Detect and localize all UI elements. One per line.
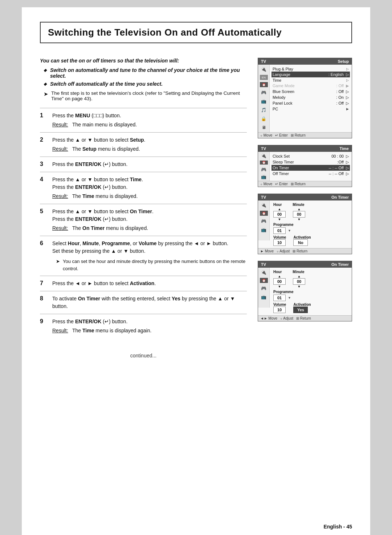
tv-row-plugplay: Plug & Play ▷ (273, 66, 349, 72)
programme-label-2: Programme (273, 290, 348, 294)
tv-row-clockset: Clock Set 00 : 00 ▷ (273, 153, 349, 159)
tv-icon-ot1-s4: 📺 (260, 227, 268, 233)
tv-icon-ot2-s3: 🎮 (260, 285, 268, 292)
step-9: 9 Press the ENTER/OK (↵) button. Result:… (40, 314, 247, 338)
tv-icon-lang: EN (260, 75, 268, 80)
tv-icon-game: 🎮 (260, 89, 268, 96)
subnote-text-6: You can set the hour and minute directly… (63, 258, 247, 272)
arrow-icon: ➤ (44, 91, 48, 97)
tv-row-offtimer: Off Timer -- : -- Off ▷ (273, 171, 349, 177)
tv-sidebar-ot1: 🔌 ⏰ 🎮 📺 (258, 200, 270, 240)
step-text-9: Press the ENTER/OK (↵) button. (52, 318, 247, 325)
tv-header-left-ot2: TV (261, 262, 266, 267)
continued-text: continued... (40, 353, 247, 358)
activation-label-1: Activation (293, 235, 311, 239)
tv-icon-time-s2: ⏰ (260, 161, 268, 165)
volume-box-1: 10 (273, 239, 286, 246)
step-result-9: Result: The Time menu is displayed again… (52, 327, 247, 335)
step-text-7: Press the ◄ or ► button to select Activa… (52, 280, 247, 287)
right-column: TV Setup 🔌 EN ⏰ 🎮 📺 🎵 🔒 🖥 (258, 58, 352, 358)
activation-label-2: Activation (293, 303, 311, 307)
tv-screen-ontimer1: TV On Timer 🔌 ⏰ 🎮 📺 Hour Minute (258, 194, 352, 254)
step-1: 1 Press the MENU (□□□) button. Result: T… (40, 108, 247, 132)
hour-box-1: 00 (273, 211, 286, 218)
tv-row-panellock: Panel Lock : Off ▷ (273, 100, 349, 106)
minute-label-1: Minute (293, 203, 304, 207)
hour-label-1: Hour (273, 203, 282, 207)
tv-icon-ot2-s1: 🔌 (260, 269, 268, 276)
tv-header-time: TV Time (258, 145, 352, 152)
step-result-4: Result: The Time menu is displayed. (52, 192, 247, 200)
activation-box-1: No (293, 239, 308, 246)
tv-row-pc: PC ▶ (273, 106, 349, 112)
tv-icon-ot1-s1: 🔌 (260, 202, 268, 208)
tv-icon-time-s1: 🔌 (260, 153, 268, 158)
step-content-5: Press the ▲ or ▼ button to select On Tim… (52, 208, 247, 232)
left-column: You can set the on or off timers so that… (40, 58, 247, 358)
minute-box-1: 00 (293, 211, 305, 218)
tv-icon-ot1-s3: 🎮 (260, 218, 268, 224)
step-num-4: 4 (40, 176, 46, 200)
programme-box-1: 01 (273, 227, 286, 234)
tv-footer-ot2: ◄► Move ⬦ Adjust ⊞ Return (258, 315, 352, 321)
step-content-9: Press the ENTER/OK (↵) button. Result: T… (52, 318, 247, 335)
step-result-1: Result: The main menu is displayed. (52, 121, 247, 129)
tv-screen-ontimer2: TV On Timer 🔌 ⏰ 🎮 📺 Hour Minute (258, 261, 352, 321)
step-7: 7 Press the ◄ or ► button to select Acti… (40, 276, 247, 291)
subnote-arrow-icon: ➤ (56, 258, 60, 265)
volume-label-1: Volume (273, 235, 286, 239)
tv-header-ontimer1: TV On Timer (258, 194, 352, 200)
step-num-2: 2 (40, 136, 46, 153)
step-2: 2 Press the ▲ or ▼ button to select Setu… (40, 132, 247, 157)
step-content-8: To activate On Timer with the setting en… (52, 295, 247, 310)
step-4: 4 Press the ▲ or ▼ button to select Time… (40, 172, 247, 204)
tv-icon-time-s3: 🎮 (260, 167, 268, 172)
step-content-6: Select Hour, Minute, Programme, or Volum… (52, 240, 247, 272)
tv-sidebar-setup: 🔌 EN ⏰ 🎮 📺 🎵 🔒 🖥 (258, 65, 270, 132)
tv-sidebar-time: 🔌 ⏰ 🎮 📺 (258, 152, 270, 181)
activation-box-2: Yes (293, 307, 308, 313)
step-5: 5 Press the ▲ or ▼ button to select On T… (40, 204, 247, 236)
step-8: 8 To activate On Timer with the setting … (40, 291, 247, 314)
bullet-item-1: Switch on automatically and tune to the … (44, 67, 247, 79)
tv-icon-ot2-s2: ⏰ (260, 278, 268, 283)
step-num-6: 6 (40, 240, 46, 272)
tv-header-right-ot1: On Timer (331, 195, 349, 199)
step-text-1: Press the MENU (□□□) button. (52, 112, 247, 119)
step-result-2: Result: The Setup menu is displayed. (52, 145, 247, 153)
step-num-1: 1 (40, 112, 46, 129)
step-num-9: 9 (40, 318, 46, 335)
result-label-2: Result: (52, 146, 68, 152)
step-text-5: Press the ▲ or ▼ button to select On Tim… (52, 208, 247, 223)
tv-header-left-setup: TV (261, 59, 266, 64)
minute-box-2: 00 (293, 278, 305, 285)
step-num-3: 3 (40, 161, 46, 168)
tv-row-gamemode: Game Mode : Off ▶ (273, 83, 349, 89)
result-label-5: Result: (52, 225, 68, 231)
page-title: Switching the Television On and Off Auto… (48, 27, 344, 38)
tv-screen-time: TV Time 🔌 ⏰ 🎮 📺 Clock Set 00 : 00 ▷ (258, 145, 352, 187)
tv-body-ontimer1: 🔌 ⏰ 🎮 📺 Hour Minute ▲ 00 (258, 200, 352, 248)
title-box: Switching the Television On and Off Auto… (40, 22, 352, 43)
tv-icon-time: ⏰ (260, 82, 268, 87)
programme-box-2: 01 (273, 295, 286, 301)
step-text-2: Press the ▲ or ▼ button to select Setup. (52, 136, 247, 144)
tv-icon-pc: 🖥 (260, 124, 268, 131)
tv-icon-lock: 🔒 (260, 115, 268, 122)
tv-header-left-ot1: TV (261, 195, 266, 199)
tv-row-sleeptimer: Sleep Timer :Off ▷ (273, 159, 349, 165)
tv-row-ontimer: On Timer -- : -- Off ▷ (271, 165, 350, 171)
tv-row-time: Time ▷ (273, 77, 349, 83)
step-result-5: Result: The On Timer menu is displayed. (52, 224, 247, 232)
tv-header-ontimer2: TV On Timer (258, 261, 352, 268)
page: Switching the Television On and Off Auto… (22, 7, 370, 535)
programme-label-1: Programme (273, 223, 348, 227)
tv-header-left-time: TV (261, 146, 266, 151)
step-6: 6 Select Hour, Minute, Programme, or Vol… (40, 236, 247, 276)
step-text-4: Press the ▲ or ▼ button to select Time.P… (52, 176, 247, 191)
tv-footer-time: ⬦ Move ↵ Enter ⊞ Return (258, 181, 352, 187)
step-content-3: Press the ENTER/OK (↵) button. (52, 161, 247, 168)
bullet-item-2: Switch off automatically at the time you… (44, 81, 247, 87)
volume-box-2: 10 (273, 307, 286, 313)
tv-row-language: Language : English ▷ (271, 72, 350, 77)
